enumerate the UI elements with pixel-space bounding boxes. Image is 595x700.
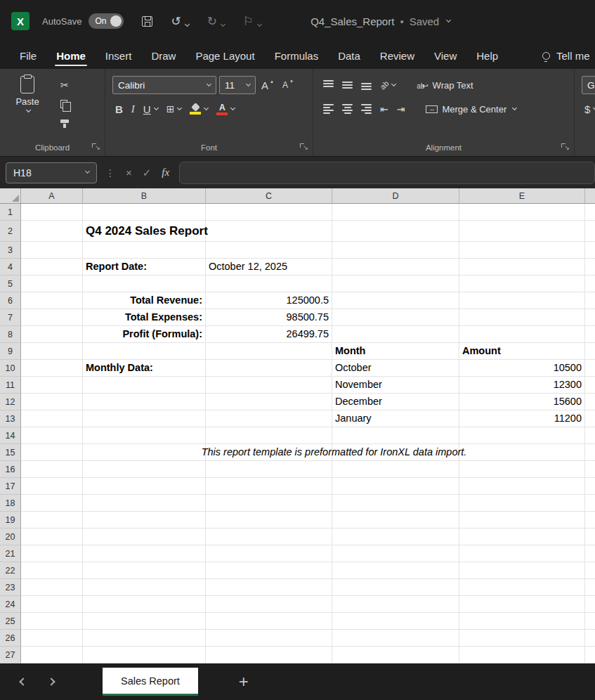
cell-C8[interactable]: 26499.75	[206, 326, 332, 343]
cut-button[interactable]: ✂	[58, 77, 72, 93]
cell-partial-13[interactable]	[585, 410, 595, 427]
increase-font-size-button[interactable]: A▲	[259, 77, 277, 93]
cell-partial-16[interactable]	[585, 461, 595, 478]
row-header-17[interactable]: 17	[0, 478, 21, 495]
menu-tab-formulas[interactable]: Formulas	[265, 42, 329, 69]
clipboard-dialog-launcher[interactable]: ↘	[92, 143, 100, 152]
document-title[interactable]: Q4_Sales_Report • Saved	[310, 15, 450, 27]
cell-E3[interactable]	[459, 242, 585, 259]
cell-B5[interactable]	[83, 276, 206, 292]
cell-D12[interactable]: December	[332, 394, 459, 410]
row-header-8[interactable]: 8	[0, 326, 21, 343]
cell-E13[interactable]: 11200	[459, 410, 585, 427]
increase-indent-button[interactable]: ⇥	[394, 101, 408, 117]
cell-A27[interactable]	[21, 647, 83, 663]
row-header-15[interactable]: 15	[0, 444, 21, 461]
cell-A18[interactable]	[21, 495, 83, 512]
cell-partial-12[interactable]	[585, 394, 595, 410]
cell-B10[interactable]: Monthly Data:	[83, 360, 206, 377]
row-header-9[interactable]: 9	[0, 343, 21, 360]
row-header-24[interactable]: 24	[0, 596, 21, 613]
cell-A6[interactable]	[21, 292, 83, 309]
cell-C16[interactable]	[206, 461, 332, 478]
menu-tab-view[interactable]: View	[424, 42, 466, 69]
cell-partial-24[interactable]	[585, 596, 595, 613]
cell-D11[interactable]: November	[332, 377, 459, 394]
cell-D27[interactable]	[332, 647, 459, 663]
cell-B11[interactable]	[83, 377, 206, 394]
cell-D5[interactable]	[332, 276, 459, 292]
enter-icon[interactable]: ✓	[143, 167, 152, 179]
column-header-A[interactable]: A	[21, 188, 83, 204]
cell-C1[interactable]	[206, 204, 332, 221]
row-header-21[interactable]: 21	[0, 545, 21, 562]
cell-partial-17[interactable]	[585, 478, 595, 495]
copy-button[interactable]	[58, 96, 72, 112]
cell-D9[interactable]: Month	[332, 343, 459, 360]
cell-partial-1[interactable]	[585, 204, 595, 221]
row-header-27[interactable]: 27	[0, 647, 21, 663]
cell-D1[interactable]	[332, 204, 459, 221]
cell-partial-20[interactable]	[585, 529, 595, 545]
cell-C20[interactable]	[206, 529, 332, 545]
cell-D25[interactable]	[332, 613, 459, 630]
cell-partial-6[interactable]	[585, 292, 595, 309]
row-header-4[interactable]: 4	[0, 259, 21, 276]
underline-button[interactable]: U	[140, 101, 161, 117]
cell-E2[interactable]	[459, 221, 585, 242]
decrease-font-size-button[interactable]: A▼	[280, 77, 296, 93]
alignment-dialog-launcher[interactable]: ↘	[561, 143, 570, 152]
cell-E26[interactable]	[459, 630, 585, 647]
cell-partial-27[interactable]	[585, 647, 595, 663]
quick-access-button[interactable]: ⚐	[243, 15, 261, 27]
cell-A26[interactable]	[21, 630, 83, 647]
cell-D7[interactable]	[332, 309, 459, 326]
redo-button[interactable]: ↻	[207, 15, 225, 27]
cell-E21[interactable]	[459, 545, 585, 562]
cell-E19[interactable]	[459, 512, 585, 529]
cell-C23[interactable]	[206, 579, 332, 596]
name-box[interactable]: H18	[6, 162, 97, 183]
cell-E4[interactable]	[459, 259, 585, 276]
cell-A24[interactable]	[21, 596, 83, 613]
cell-C2[interactable]	[206, 221, 332, 242]
row-header-2[interactable]: 2	[0, 221, 21, 242]
cell-B26[interactable]	[83, 630, 206, 647]
row-header-25[interactable]: 25	[0, 613, 21, 630]
column-header-D[interactable]: D	[332, 188, 459, 204]
cell-A19[interactable]	[21, 512, 83, 529]
fill-color-button[interactable]	[187, 101, 211, 117]
paste-button[interactable]: Paste	[7, 74, 48, 139]
cell-B14[interactable]	[83, 427, 206, 444]
cell-D14[interactable]	[332, 427, 459, 444]
cell-E16[interactable]	[459, 461, 585, 478]
cell-partial-9[interactable]	[585, 343, 595, 360]
cell-B24[interactable]	[83, 596, 206, 613]
menu-tab-draw[interactable]: Draw	[141, 42, 185, 69]
align-middle-button[interactable]	[339, 77, 355, 93]
sheet-nav-right-button[interactable]	[39, 670, 63, 694]
cell-C27[interactable]	[206, 647, 332, 663]
cell-D2[interactable]	[332, 221, 459, 242]
cell-C11[interactable]	[206, 377, 332, 394]
cell-B19[interactable]	[83, 512, 206, 529]
cell-E9[interactable]: Amount	[459, 343, 585, 360]
merge-center-button[interactable]: ↔ Merge & Center	[426, 104, 516, 115]
sheet-tab-sales-report[interactable]: Sales Report	[103, 668, 198, 696]
menu-tab-help[interactable]: Help	[466, 42, 508, 69]
cell-A14[interactable]	[21, 427, 83, 444]
cell-A15[interactable]	[21, 444, 83, 461]
autosave-toggle[interactable]: On	[89, 13, 124, 29]
bold-button[interactable]: B	[112, 101, 126, 117]
cell-C9[interactable]	[206, 343, 332, 360]
cell-C4[interactable]: October 12, 2025	[206, 259, 332, 276]
cell-A25[interactable]	[21, 613, 83, 630]
cell-B15:E15[interactable]: This report template is preformatted for…	[83, 444, 585, 461]
cell-partial-25[interactable]	[585, 613, 595, 630]
cell-B6[interactable]: Total Revenue:	[83, 292, 206, 309]
cell-D10[interactable]: October	[332, 360, 459, 377]
row-header-13[interactable]: 13	[0, 410, 21, 427]
cell-A20[interactable]	[21, 529, 83, 545]
row-header-16[interactable]: 16	[0, 461, 21, 478]
cell-B21[interactable]	[83, 545, 206, 562]
